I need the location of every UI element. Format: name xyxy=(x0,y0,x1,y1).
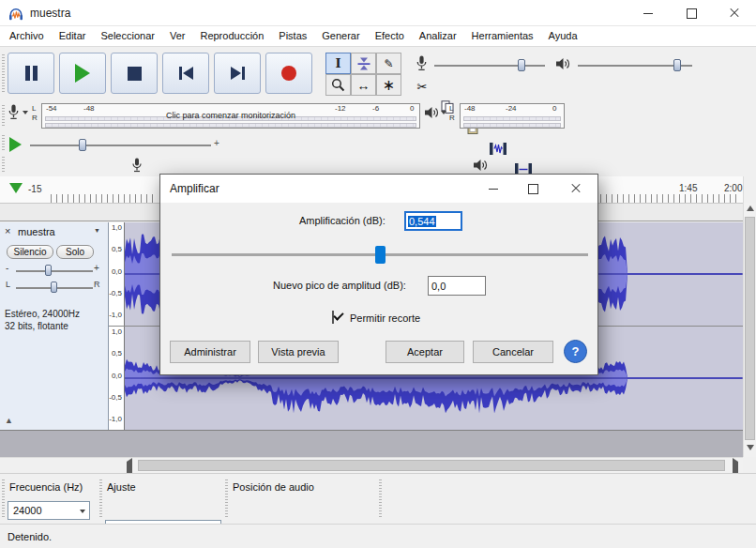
timeline-ticks-left xyxy=(51,194,158,203)
menu-editar[interactable]: Editar xyxy=(52,26,94,46)
menu-analizar[interactable]: Analizar xyxy=(412,26,464,46)
play-button[interactable] xyxy=(59,53,106,94)
monitor-hint-text[interactable]: Clic para comenzar monitorización xyxy=(42,111,419,120)
skip-start-icon xyxy=(179,67,193,80)
cut-button[interactable]: ✂ xyxy=(410,76,434,97)
track-control-panel[interactable]: × muestra ▼ Silencio Solo - + L R Estére… xyxy=(0,222,109,431)
timeline-label-145: 1:45 xyxy=(679,183,697,193)
timeshift-tool-button[interactable]: ↔ xyxy=(351,74,376,96)
window-close-button[interactable] xyxy=(713,0,756,26)
menu-pistas[interactable]: Pistas xyxy=(271,26,314,46)
envelope-tool-button[interactable] xyxy=(351,53,376,74)
transport-toolbar-grip[interactable] xyxy=(2,54,5,92)
new-peak-input[interactable]: 0,0 xyxy=(428,276,486,296)
track-name[interactable]: muestra xyxy=(18,226,55,237)
preview-button[interactable]: Vista previa xyxy=(258,341,339,363)
allow-clipping-checkbox[interactable] xyxy=(332,311,334,324)
skip-to-start-button[interactable] xyxy=(162,53,209,94)
selection-tool-button[interactable]: I xyxy=(325,53,351,74)
play-at-speed-icon[interactable] xyxy=(9,137,22,152)
ch2-ruler-m05: -0,5 xyxy=(109,394,122,402)
menu-ver[interactable]: Ver xyxy=(162,26,193,46)
dialog-minimize-button[interactable] xyxy=(474,175,513,203)
track-close-button[interactable]: × xyxy=(5,225,10,236)
ch1-ruler-m05: -0,5 xyxy=(109,290,122,297)
help-button[interactable]: ? xyxy=(564,340,587,363)
record-meter-dropdown-icon[interactable] xyxy=(23,111,28,114)
vertical-scrollbar-thumb[interactable] xyxy=(745,217,755,440)
play-meter[interactable]: -48 -24 0 xyxy=(460,103,565,129)
record-volume-slider[interactable] xyxy=(434,65,545,67)
gain-slider[interactable] xyxy=(16,270,93,272)
solo-button[interactable]: Solo xyxy=(56,245,94,259)
window-maximize-button[interactable] xyxy=(670,0,713,26)
draw-tool-button[interactable]: ✎ xyxy=(376,53,401,74)
pause-button[interactable] xyxy=(8,53,54,94)
vertical-scrollbar[interactable] xyxy=(743,203,756,457)
channel2-vertical-ruler[interactable]: 1,0 0,5 0,0 -0,5 -1,0 xyxy=(109,327,125,430)
amplification-slider-thumb[interactable] xyxy=(375,246,386,264)
cancel-button[interactable]: Cancelar xyxy=(473,341,553,363)
dialog-close-button[interactable] xyxy=(554,175,597,203)
ok-button[interactable]: Aceptar xyxy=(386,341,464,363)
menu-ayuda[interactable]: Ayuda xyxy=(541,26,585,46)
selbar-grip-1[interactable] xyxy=(2,480,5,519)
record-meter[interactable]: -54 -48 -12 -6 0 Clic para comenzar moni… xyxy=(41,103,420,129)
record-button[interactable] xyxy=(265,53,312,94)
track-menu-dropdown-icon[interactable]: ▼ xyxy=(94,227,100,234)
zoom-tool-button[interactable] xyxy=(325,74,351,96)
dialog-maximize-button[interactable] xyxy=(513,175,552,203)
selbar-grip-3[interactable] xyxy=(225,480,228,519)
menu-reproduccion[interactable]: Reproducción xyxy=(192,26,271,46)
manage-button[interactable]: Administrar xyxy=(170,341,250,363)
track-collapse-button[interactable]: ▲ xyxy=(5,416,13,425)
mute-button[interactable]: Silencio xyxy=(7,245,53,259)
ch2-ruler-05: 0,5 xyxy=(112,350,122,358)
toolbar-dock: I ✎ ↔ ∗ ✂ ↶ ↷ + − ↔ z L R xyxy=(0,47,756,176)
frequency-select[interactable]: 24000 xyxy=(8,501,90,520)
envelope-icon xyxy=(357,57,370,70)
allow-clipping-label[interactable]: Permitir recorte xyxy=(350,312,420,324)
scroll-right-button[interactable] xyxy=(733,462,738,473)
playhead-pin-icon[interactable] xyxy=(9,183,23,193)
scroll-down-button[interactable] xyxy=(744,445,756,450)
scroll-left-button[interactable] xyxy=(127,462,132,473)
arrow-up-icon xyxy=(747,206,754,211)
trim-audio-button[interactable] xyxy=(486,138,510,159)
gain-slider-thumb[interactable] xyxy=(45,265,52,276)
magnifier-icon xyxy=(331,78,345,92)
playback-volume-slider-thumb[interactable] xyxy=(673,59,681,71)
cancel-label: Cancelar xyxy=(492,346,534,358)
skip-to-end-button[interactable] xyxy=(214,53,261,94)
horizontal-scrollbar-thumb[interactable] xyxy=(138,460,725,471)
selbar-grip-2[interactable] xyxy=(99,480,102,519)
multi-tool-button[interactable]: ∗ xyxy=(376,74,401,96)
dialog-title-bar[interactable]: Amplificar xyxy=(160,175,597,203)
record-meter-right-label: R xyxy=(32,114,38,122)
menu-generar[interactable]: Generar xyxy=(314,26,367,46)
play-speed-slider-thumb[interactable] xyxy=(79,139,86,151)
track-canvas-background[interactable] xyxy=(0,431,743,457)
menu-herramientas[interactable]: Herramientas xyxy=(464,26,541,46)
stop-button[interactable] xyxy=(111,53,158,94)
play-speed-slider[interactable] xyxy=(30,145,211,146)
record-volume-slider-thumb[interactable] xyxy=(518,59,525,71)
play-meter-dropdown-icon[interactable] xyxy=(441,111,446,114)
menu-archivo[interactable]: Archivo xyxy=(2,26,52,46)
record-meter-grip[interactable] xyxy=(2,105,5,128)
menu-seleccionar[interactable]: Seleccionar xyxy=(93,26,161,46)
channel1-vertical-ruler[interactable]: 1,0 0,5 0,0 -0,5 -1,0 xyxy=(109,222,125,326)
selbar-grip-4[interactable] xyxy=(379,480,382,519)
close-icon xyxy=(570,183,582,194)
pan-slider-thumb[interactable] xyxy=(51,282,57,293)
amplification-input[interactable]: 0,544 xyxy=(404,211,462,231)
speed-toolbar-grip[interactable] xyxy=(2,135,5,152)
menu-efecto[interactable]: Efecto xyxy=(368,26,412,46)
horizontal-scrollbar[interactable] xyxy=(125,457,743,473)
mute-label: Silencio xyxy=(13,247,46,257)
device-toolbar-grip[interactable] xyxy=(2,157,5,174)
window-minimize-button[interactable] xyxy=(627,0,670,26)
scroll-up-button[interactable] xyxy=(744,206,756,211)
play-meter-bar-left xyxy=(463,116,561,121)
minimize-icon xyxy=(643,13,653,14)
